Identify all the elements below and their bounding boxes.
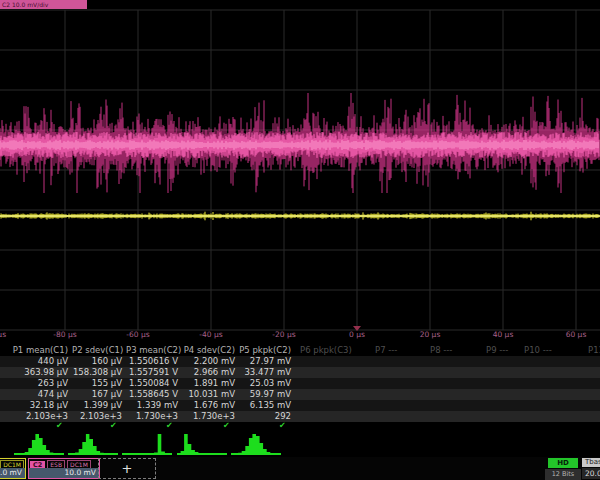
measure-header-cell[interactable]: P5 pkpk(C2) [239,345,291,356]
measure-value-cell: 33.477 mV [239,367,291,378]
measure-header-cell[interactable]: P1 mean(C1) [0,345,68,356]
measurement-histicons [0,432,600,456]
histicon-p1[interactable] [14,432,64,456]
trigger-position-marker[interactable] [353,326,361,331]
measure-value-cell: 1.550084 V [126,378,178,389]
time-axis-tick: -80 µs [53,330,76,339]
measure-value-cell: 1.676 mV [182,400,235,411]
measure-header-inactive[interactable]: P9 --- [486,345,508,356]
histicon-p4[interactable] [177,432,227,456]
measure-value-cell: 155 µV [72,378,122,389]
measure-status-check-icon: ✔ [279,421,286,431]
measure-value-cell: 1.399 µV [72,400,122,411]
time-axis-tick: -60 µs [126,330,149,339]
measurement-status-row: ✔✔✔✔✔ [0,421,600,431]
measure-value-row: 474 µV167 µV1.558645 V10.031 mV59.97 mV [0,389,600,400]
measure-value-cell: 2.966 mV [182,367,235,378]
time-axis-tick: -40 µs [199,330,222,339]
measure-value-cell: 6.135 mV [239,400,291,411]
time-axis-tick: 60 µs [566,330,587,339]
hd-badge: HD [548,458,578,468]
time-axis-tick: 20 µs [420,330,441,339]
measure-header-inactive[interactable]: P11 [588,345,600,356]
measure-value-row: 363.98 µV158.308 µV1.557591 V2.966 mV33.… [0,367,600,378]
measure-value-cell: 1.339 mV [126,400,178,411]
measure-value-row: 32.18 µV1.399 µV1.339 mV1.676 mV6.135 mV [0,400,600,411]
measure-header-inactive[interactable]: P7 --- [375,345,397,356]
histicon-p3[interactable] [122,432,172,456]
measure-value-cell: 1.558645 V [126,389,178,400]
trace-annotation-label[interactable]: C2 10.0 mV/div [0,0,87,9]
measure-value-row: 440 µV160 µV1.550616 V2.200 mV27.97 mV [0,356,600,367]
measure-header-row: P1 mean(C1)P2 sdev(C1)P3 mean(C2)P4 sdev… [0,345,600,356]
measure-status-check-icon: ✔ [223,421,230,431]
measure-status-check-icon: ✔ [110,421,117,431]
hd-mode-indicator[interactable]: HD 12 Bits [545,458,581,480]
measure-value-cell: 32.18 µV [0,400,68,411]
time-axis: -100 µs-80 µs-60 µs-40 µs-20 µs0 µs20 µs… [0,330,600,343]
measure-value-cell: 1.550616 V [126,356,178,367]
measure-value-cell: 158.308 µV [72,367,122,378]
measure-value-cell: 10.031 mV [182,389,235,400]
timebase-descriptor-box[interactable]: Tbase 20.0 µs/div [582,458,600,479]
time-axis-tick: 0 µs [349,330,365,339]
measure-value-cell: 160 µV [72,356,122,367]
timebase-title: Tbase [582,458,600,467]
c2-volts-per-div: 10.0 mV [29,468,99,478]
time-axis-tick: 40 µs [493,330,514,339]
histicon-p2[interactable] [68,432,118,456]
waveform-plot-area[interactable] [0,0,600,344]
measure-value-cell: 1.557591 V [126,367,178,378]
time-axis-tick: -100 µs [0,330,6,339]
time-axis-tick: -20 µs [272,330,295,339]
measure-value-cell: 59.97 mV [239,389,291,400]
channel-c1-descriptor-box[interactable]: DC1M 10.0 mV [0,458,26,479]
measure-value-cell: 167 µV [72,389,122,400]
measure-header-inactive[interactable]: P8 --- [430,345,452,356]
measure-value-cell: 25.03 mV [239,378,291,389]
measure-value-cell: 2.200 mV [182,356,235,367]
measure-header-cell[interactable]: P4 sdev(C2) [182,345,235,356]
measure-header-inactive[interactable]: P10 --- [524,345,552,356]
measure-value-cell: 263 µV [0,378,68,389]
oscilloscope-screen: C2 10.0 mV/div -100 µs-80 µs-60 µs-40 µs… [0,0,600,480]
histicon-p5[interactable] [231,432,281,456]
measure-value-cell: 1.891 mV [182,378,235,389]
add-trace-button[interactable]: + [98,458,156,479]
measure-value-cell: 27.97 mV [239,356,291,367]
measure-value-row: 263 µV155 µV1.550084 V1.891 mV25.03 mV [0,378,600,389]
measure-header-cell[interactable]: P2 sdev(C1) [72,345,122,356]
measure-value-cell: 440 µV [0,356,68,367]
channel-c2-descriptor-box[interactable]: C2 ESB DC1M 10.0 mV [28,458,100,479]
measure-status-check-icon: ✔ [166,421,173,431]
measure-value-cell: 474 µV [0,389,68,400]
descriptor-bar: DC1M 10.0 mV C2 ESB DC1M 10.0 mV + HD 12… [0,457,600,480]
c1-volts-per-div: 10.0 mV [0,468,25,478]
measure-value-cell: 363.98 µV [0,367,68,378]
timebase-value: 20.0 µs/div [582,468,600,479]
measure-header-inactive[interactable]: P6 pkpk(C3) [300,345,352,356]
measure-header-cell[interactable]: P3 mean(C2) [126,345,178,356]
measure-status-check-icon: ✔ [56,421,63,431]
hd-bits-label: 12 Bits [545,469,581,480]
